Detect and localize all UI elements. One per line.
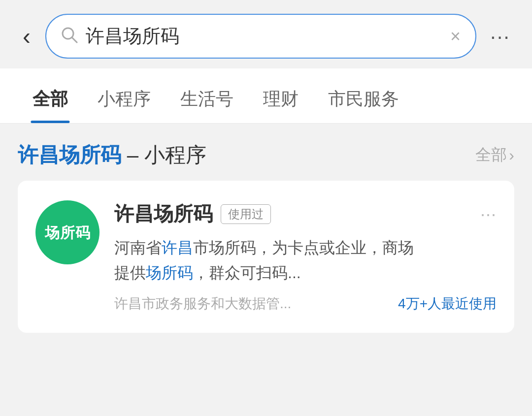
top-bar: ‹ 许昌场所码 × ··· [0,0,532,68]
search-box[interactable]: 许昌场所码 × [45,14,476,59]
chevron-right-icon: › [509,146,514,164]
section-more-button[interactable]: 全部 › [475,144,514,166]
section-header: 许昌场所码 – 小程序 全部 › [18,141,514,169]
section-title-highlight: 许昌场所码 [18,143,121,166]
back-button[interactable]: ‹ [18,25,35,48]
app-more-button[interactable]: ··· [480,204,497,224]
mini-app-item: 场所码 许昌场所码 使用过 ··· 河南省许昌市场所码，为卡点或企业，商场提供场… [35,200,497,313]
search-input-value: 许昌场所码 [86,24,442,49]
app-users: 4万+人最近使用 [398,294,497,313]
search-icon [61,27,78,46]
section-more-label: 全部 [475,144,507,166]
app-icon[interactable]: 场所码 [35,200,100,264]
clear-button[interactable]: × [450,28,461,45]
desc-end: ，群众可扫码... [193,264,301,282]
desc-link1: 许昌 [162,239,193,256]
result-card: 场所码 许昌场所码 使用过 ··· 河南省许昌市场所码，为卡点或企业，商场提供场… [18,181,514,333]
app-name: 许昌场所码 [114,200,213,227]
content-area: 许昌场所码 – 小程序 全部 › 场所码 许昌场所码 使用过 ··· 河南省许昌… [0,124,532,333]
app-provider: 许昌市政务服务和大数据管... [114,294,291,313]
used-badge: 使用过 [221,204,271,224]
tab-finance[interactable]: 理财 [248,78,313,123]
app-footer: 许昌市政务服务和大数据管... 4万+人最近使用 [114,294,497,313]
section-title-rest: – 小程序 [121,143,206,166]
desc-before: 河南省 [114,239,162,256]
section-title: 许昌场所码 – 小程序 [18,141,206,169]
tab-citizen[interactable]: 市民服务 [313,78,414,123]
tab-miniapp[interactable]: 小程序 [83,78,166,123]
app-info: 许昌场所码 使用过 ··· 河南省许昌市场所码，为卡点或企业，商场提供场所码，群… [114,200,497,313]
tabs-container: 全部 小程序 生活号 理财 市民服务 [0,68,532,124]
desc-link2: 场所码 [146,264,193,282]
app-description: 河南省许昌市场所码，为卡点或企业，商场提供场所码，群众可扫码... [114,235,497,286]
tab-all[interactable]: 全部 [18,78,83,123]
app-icon-text: 场所码 [45,223,91,242]
tab-lifestyle[interactable]: 生活号 [166,78,248,123]
app-name-row: 许昌场所码 使用过 ··· [114,200,497,227]
more-button[interactable]: ··· [486,25,514,48]
svg-line-1 [72,37,77,42]
